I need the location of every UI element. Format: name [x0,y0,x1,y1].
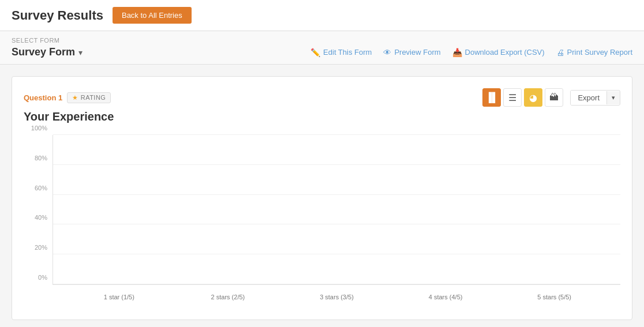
bar-x-label: 1 star (1/5) [104,294,134,300]
print-survey-label: Print Survey Report [567,48,632,57]
question-card: Question 1 ★ RATING ▐▌ ☰ ◕ 🏔 [12,76,632,320]
main-content: Question 1 ★ RATING ▐▌ ☰ ◕ 🏔 [0,65,644,327]
y-axis-label: 60% [24,185,47,191]
export-dropdown-arrow[interactable]: ▾ [606,91,620,104]
question-type-badge: ★ RATING [67,92,111,103]
question-header: Question 1 ★ RATING ▐▌ ☰ ◕ 🏔 [24,88,620,107]
bar-x-label: 3 stars (3/5) [320,294,354,300]
print-survey-link[interactable]: 🖨 Print Survey Report [556,48,632,57]
page-title: Survey Results [12,8,103,23]
form-select-row: Survey Form ▾ ✏️ Edit This Form 👁 Previe… [12,46,632,58]
list-icon: ☰ [508,92,516,103]
pie-chart-icon: ◕ [529,92,537,103]
question-title: Your Experience [24,110,620,123]
question-type-label: RATING [81,94,106,101]
y-axis-label: 20% [24,244,47,251]
star-icon: ★ [72,94,78,102]
download-export-link[interactable]: 📥 Download Export (CSV) [452,48,545,57]
print-icon: 🖨 [556,48,564,57]
bar-x-label: 2 stars (2/5) [211,294,245,300]
list-view-button[interactable]: ☰ [503,88,522,107]
form-select-bar: SELECT FORM Survey Form ▾ ✏️ Edit This F… [0,31,644,65]
bars-container: 1 star (1/5)2 stars (2/5)3 stars (3/5)4 … [53,135,620,284]
bar-chart-icon: ▐▌ [485,92,499,103]
export-dropdown: Export ▾ [570,90,620,106]
question-meta: Question 1 ★ RATING [24,92,111,103]
edit-form-link[interactable]: ✏️ Edit This Form [310,48,372,57]
edit-form-label: Edit This Form [323,48,372,57]
chart-inner: 100%80%60%40%20%0%1 star (1/5)2 stars (2… [53,135,620,285]
eye-icon: 👁 [383,48,391,57]
bar-x-label: 4 stars (4/5) [429,294,463,300]
form-selector-name: Survey Form [12,46,75,58]
y-axis-label: 40% [24,214,47,221]
preview-form-label: Preview Form [394,48,440,57]
chart-area: 100%80%60%40%20%0%1 star (1/5)2 stars (2… [24,135,620,308]
form-actions: ✏️ Edit This Form 👁 Preview Form 📥 Downl… [310,48,632,57]
chart-controls: ▐▌ ☰ ◕ 🏔 Export ▾ [482,88,620,107]
bar-chart-button[interactable]: ▐▌ [482,88,501,107]
back-to-all-entries-button[interactable]: Back to All Entries [113,7,192,24]
y-axis-label: 0% [24,274,47,281]
image-icon: 🏔 [549,92,559,103]
select-form-label: SELECT FORM [12,37,632,44]
preview-form-link[interactable]: 👁 Preview Form [383,48,440,57]
edit-icon: ✏️ [310,48,320,57]
form-selector[interactable]: Survey Form ▾ [12,46,83,58]
y-axis-label: 100% [24,125,47,131]
download-export-label: Download Export (CSV) [465,48,545,57]
download-icon: 📥 [452,48,462,57]
top-bar: Survey Results Back to All Entries [0,0,644,31]
pie-chart-button[interactable]: ◕ [524,88,542,107]
bar-x-label: 5 stars (5/5) [537,294,571,300]
question-number: Question 1 [24,93,62,102]
chevron-down-icon: ▾ [78,48,83,57]
export-label: Export [571,91,606,105]
y-axis-label: 80% [24,155,47,161]
image-button[interactable]: 🏔 [545,88,563,107]
